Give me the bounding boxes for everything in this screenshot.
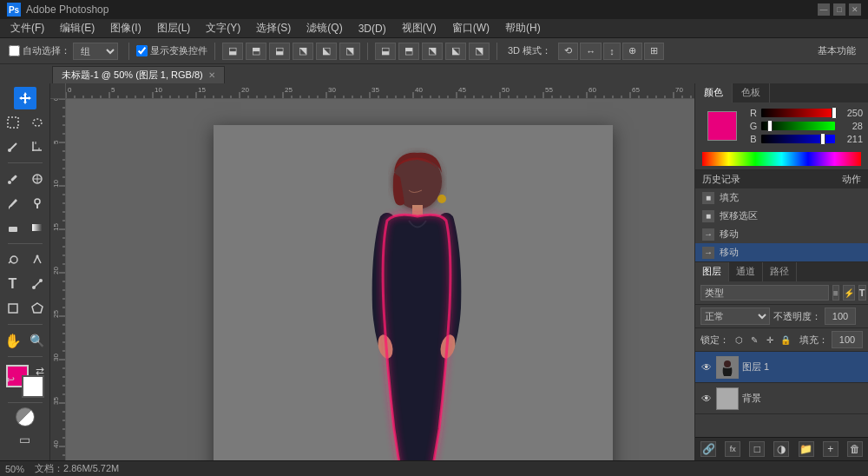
auto-select-type[interactable]: 组 图层	[73, 43, 118, 60]
menu-edit[interactable]: 编辑(E)	[53, 19, 102, 37]
fill-input[interactable]	[832, 331, 863, 348]
distribute-v-btn[interactable]: ⬒	[398, 43, 419, 60]
history-item-fill[interactable]: ■ 填充	[695, 188, 868, 207]
blend-mode-select[interactable]: 正常 溶解 正片叠底	[700, 307, 770, 325]
magic-wand-tool[interactable]	[2, 136, 24, 158]
layer-icon-t[interactable]: T	[858, 285, 866, 301]
3d-btn-3[interactable]: ↕	[603, 43, 621, 60]
3d-btn-1[interactable]: ⟲	[558, 43, 578, 60]
path-selection-tool[interactable]	[26, 273, 49, 295]
ruler-h-canvas	[66, 83, 694, 99]
marquee-tool[interactable]	[2, 111, 24, 134]
channels-tab[interactable]: 通道	[729, 262, 763, 281]
eraser-tool[interactable]	[2, 216, 24, 239]
paths-tab[interactable]: 路径	[763, 262, 797, 281]
menu-help[interactable]: 帮助(H)	[498, 19, 548, 37]
zoom-tool[interactable]: 🔍	[26, 329, 49, 352]
clone-tool[interactable]	[26, 192, 49, 215]
gradient-tool[interactable]	[26, 216, 49, 239]
create-layer-btn[interactable]: +	[823, 441, 838, 457]
lasso-tool[interactable]	[26, 111, 49, 134]
create-group-btn[interactable]: 📁	[799, 441, 814, 457]
color-tab[interactable]: 颜色	[695, 83, 733, 102]
minimize-button[interactable]: —	[818, 3, 830, 16]
menu-text[interactable]: 文字(Y)	[199, 19, 247, 37]
layer-filter-btn[interactable]: ⚡	[843, 285, 855, 301]
align-center-v-btn[interactable]: ⬒	[246, 43, 266, 60]
g-slider[interactable]	[761, 122, 835, 130]
history-item-move1[interactable]: → 移动	[695, 225, 868, 243]
screen-mode-btn[interactable]: ▭	[14, 428, 36, 451]
layer-1-visibility-eye[interactable]: 👁	[700, 361, 713, 374]
menu-file[interactable]: 文件(F)	[3, 19, 51, 37]
heal-tool[interactable]	[26, 168, 49, 190]
create-adjustment-btn[interactable]: ◑	[773, 441, 789, 457]
3d-btn-5[interactable]: ⊞	[644, 43, 664, 60]
show-transform-checkbox[interactable]	[136, 45, 148, 56]
svg-point-32	[724, 360, 731, 367]
lock-all-icon[interactable]: 🔒	[779, 334, 792, 346]
quick-mask-btn[interactable]	[16, 407, 35, 426]
color-spectrum[interactable]	[702, 152, 861, 166]
add-style-btn[interactable]: fx	[725, 441, 740, 457]
document-tab[interactable]: 未标题-1 @ 50% (图层 1, RGB/8) ✕	[52, 66, 225, 83]
hand-tool[interactable]: ✋	[2, 329, 24, 352]
close-button[interactable]: ✕	[849, 3, 861, 16]
pen-tool[interactable]	[26, 248, 49, 271]
eyedropper-tool[interactable]	[2, 168, 24, 190]
brush-tool[interactable]	[2, 192, 24, 215]
3d-btn-4[interactable]: ⊕	[622, 43, 642, 60]
reset-colors-icon[interactable]: ↩	[6, 374, 15, 386]
link-layers-btn[interactable]: 🔗	[700, 441, 716, 457]
text-tool[interactable]: T	[2, 273, 24, 295]
lock-paint-icon[interactable]: ✎	[748, 334, 760, 346]
layer-filter-type-btn[interactable]: ≡	[832, 285, 839, 301]
menu-layer[interactable]: 图层(L)	[150, 19, 198, 37]
shape-tool[interactable]	[2, 297, 24, 320]
r-slider[interactable]	[761, 109, 835, 117]
menu-select[interactable]: 选择(S)	[249, 19, 298, 37]
crop-tool[interactable]	[26, 136, 49, 158]
opacity-input[interactable]	[825, 307, 856, 325]
maximize-button[interactable]: □	[833, 3, 845, 16]
add-mask-btn[interactable]: □	[749, 441, 765, 457]
dodge-tool[interactable]	[2, 248, 24, 271]
distribute-bottom-btn[interactable]: ⬔	[469, 43, 490, 60]
distribute-h-btn[interactable]: ⬓	[375, 43, 396, 60]
swatches-tab[interactable]: 色板	[733, 83, 770, 102]
3d-btn-2[interactable]: ↔	[580, 43, 602, 60]
distribute-center-btn[interactable]: ⬕	[445, 43, 466, 60]
align-top-btn[interactable]: ⬔	[293, 43, 313, 60]
layers-tab[interactable]: 图层	[695, 262, 729, 281]
background-color[interactable]	[22, 375, 44, 398]
menu-view[interactable]: 视图(V)	[395, 19, 444, 37]
delete-layer-btn[interactable]: 🗑	[847, 441, 863, 457]
auto-select-checkbox[interactable]	[9, 45, 20, 56]
menu-filter[interactable]: 滤镜(Q)	[299, 19, 349, 37]
align-left-btn[interactable]: ⬓	[222, 43, 243, 60]
layer-item-1[interactable]: 👁 图层 1	[695, 352, 868, 383]
lock-transparent-icon[interactable]: ⬡	[733, 334, 745, 346]
show-transform-label: 显示变换控件	[150, 44, 207, 57]
align-bottom-btn[interactable]: ⬔	[339, 43, 360, 60]
distribute-top-btn[interactable]: ⬔	[422, 43, 443, 60]
custom-shape-tool[interactable]	[26, 297, 49, 320]
layer-bg-visibility-eye[interactable]: 👁	[700, 393, 713, 405]
menu-image[interactable]: 图像(I)	[103, 19, 148, 37]
canvas-scroll[interactable]	[66, 99, 694, 460]
move-tool[interactable]	[14, 87, 36, 109]
tab-close-btn[interactable]: ✕	[208, 70, 215, 80]
layer-item-bg[interactable]: 👁 背景	[695, 383, 868, 414]
align-center-h-btn[interactable]: ⬕	[316, 43, 337, 60]
align-right-btn[interactable]: ⬓	[269, 43, 290, 60]
history-panel-header[interactable]: 历史记录 动作	[695, 170, 868, 188]
menu-window[interactable]: 窗口(W)	[445, 19, 496, 37]
color-preview-swatch[interactable]	[707, 111, 737, 141]
swap-colors-icon[interactable]: ⇄	[36, 365, 44, 377]
b-slider[interactable]	[761, 135, 835, 143]
lock-position-icon[interactable]: ✛	[764, 334, 776, 346]
menu-3d[interactable]: 3D(D)	[352, 21, 393, 36]
history-item-selection[interactable]: ■ 抠移选区	[695, 207, 868, 225]
layer-search-input[interactable]	[700, 285, 829, 301]
history-item-move2[interactable]: → 移动	[695, 243, 868, 261]
